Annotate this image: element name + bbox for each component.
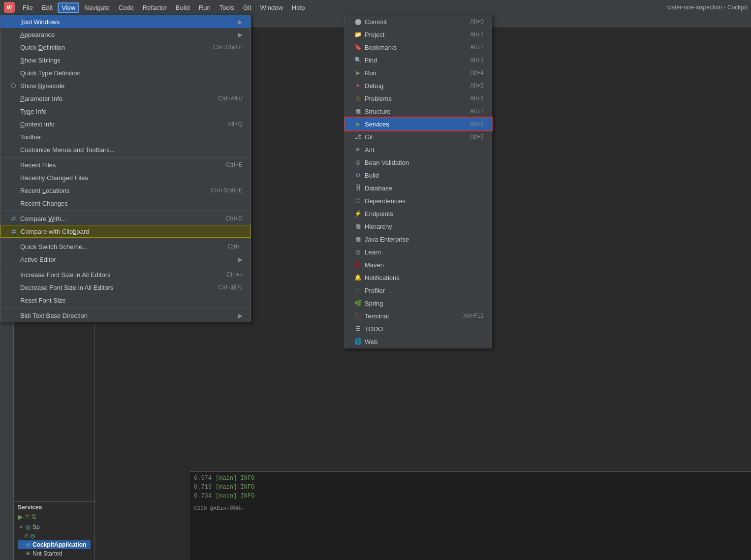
tw-java-enterprise[interactable]: ▦ Java Enterprise	[345, 233, 492, 246]
service-item-notstarted[interactable]: ✳ Not Started	[18, 549, 91, 558]
menu-code[interactable]: Code	[115, 2, 138, 13]
appearance-arrow: ▶	[238, 31, 243, 38]
view-menu-recent-locations[interactable]: Recent Locations Ctrl+Shift+E	[0, 184, 250, 197]
tw-profiler[interactable]: ◌ Profiler	[345, 284, 492, 297]
menu-git[interactable]: Git	[239, 2, 255, 13]
tw-project[interactable]: 📁 Project Alt+1	[345, 28, 492, 41]
view-menu-decrease-font[interactable]: Decrease Font Size in All Editors Ctrl+减…	[0, 281, 250, 294]
view-menu-quick-switch[interactable]: Quick Switch Scheme... Ctrl+`	[0, 240, 250, 253]
compare-clipboard-icon: ⇄	[9, 228, 19, 235]
view-menu-compare-clipboard[interactable]: ⇄ Compare with Clipboard	[0, 225, 250, 238]
menu-navigate[interactable]: Navigate	[80, 2, 113, 13]
bean-icon: ◎	[353, 159, 363, 166]
active-editor-arrow: ▶	[238, 256, 243, 263]
tw-terminal[interactable]: ⬛ Terminal Alt+F12	[345, 310, 492, 322]
tw-run[interactable]: ▶ Run Alt+4	[345, 66, 492, 79]
view-menu-quick-type[interactable]: Quick Type Definition	[0, 66, 250, 79]
menu-edit[interactable]: Edit	[38, 2, 57, 13]
view-menu-param-info[interactable]: Parameter Info Ctrl+Alt+/	[0, 92, 250, 105]
tw-maven[interactable]: m Maven	[345, 258, 492, 271]
java-enterprise-icon: ▦	[353, 236, 363, 243]
tw-database[interactable]: 🗄 Database	[345, 182, 492, 194]
tw-hierarchy[interactable]: ▦ Hierarchy	[345, 220, 492, 233]
tw-commit[interactable]: ⬤ Commit Alt+0	[345, 15, 492, 28]
structure-icon: ▦	[353, 108, 363, 115]
service-list-button[interactable]: ≡	[25, 513, 29, 521]
menu-file[interactable]: File	[19, 2, 37, 13]
tw-spring[interactable]: 🌿 Spring	[345, 297, 492, 310]
commit-icon: ⬤	[353, 18, 363, 25]
tw-debug-shortcut: Alt+5	[470, 82, 484, 89]
spring-icon: 🌿	[353, 300, 363, 307]
tw-debug-label: Debug	[365, 82, 470, 90]
tw-services[interactable]: ▶ Services Alt+8	[345, 118, 492, 130]
bidi-label: Bidi Text Base Direction	[20, 312, 238, 319]
view-menu-bidi[interactable]: Bidi Text Base Direction ▶	[0, 309, 250, 322]
quick-type-label: Quick Type Definition	[20, 69, 243, 77]
tw-problems-label: Problems	[365, 95, 470, 102]
menu-view[interactable]: View	[58, 2, 79, 13]
tw-ant[interactable]: ✳ Ant	[345, 143, 492, 156]
compare-with-shortcut: Ctrl+D	[226, 215, 243, 222]
view-menu-reset-font[interactable]: Reset Font Size	[0, 294, 250, 307]
log-tag-1: [main] INFO	[216, 474, 254, 483]
tw-notifications-label: Notifications	[365, 274, 484, 281]
log-line-2: 6.713 [main] INFO	[194, 483, 747, 492]
menu-tools[interactable]: Tools	[216, 2, 238, 13]
bidi-arrow: ▶	[238, 312, 243, 319]
tw-dependencies[interactable]: ⬡ Dependencies	[345, 194, 492, 207]
view-menu-appearance[interactable]: Appearance ▶	[0, 28, 250, 41]
view-menu-quick-def[interactable]: Quick Definition Ctrl+Shift+I	[0, 41, 250, 54]
tw-find-label: Find	[365, 57, 470, 64]
services-icon: ▶	[353, 121, 363, 127]
view-menu-recently-changed[interactable]: Recently Changed Files	[0, 171, 250, 184]
view-menu-active-editor[interactable]: Active Editor ▶	[0, 253, 250, 266]
tw-build[interactable]: ⚙ Build	[345, 169, 492, 182]
tw-learn[interactable]: ◎ Learn	[345, 246, 492, 258]
menu-refactor[interactable]: Refactor	[139, 2, 171, 13]
show-bytecode-icon: ⬡	[8, 82, 18, 89]
menu-run[interactable]: Run	[195, 2, 215, 13]
view-menu-show-siblings[interactable]: Show Siblings	[0, 54, 250, 66]
tw-project-label: Project	[365, 31, 470, 38]
tw-terminal-label: Terminal	[365, 312, 463, 320]
compare-clipboard-label: Compare with Clipboard	[21, 228, 242, 235]
service-item-cockpit[interactable]: ◎ CockpitApplication	[18, 540, 91, 549]
service-item-reload[interactable]: ↺ ◎	[18, 531, 91, 540]
tw-structure-label: Structure	[365, 108, 470, 115]
view-menu-show-bytecode[interactable]: ⬡ Show Bytecode	[0, 79, 250, 92]
tw-profiler-label: Profiler	[365, 287, 484, 294]
menu-help[interactable]: Help	[288, 2, 309, 13]
view-menu-compare-with[interactable]: ⇄ Compare With... Ctrl+D	[0, 212, 250, 225]
tw-git[interactable]: ⎇ Git Alt+9	[345, 130, 492, 143]
view-menu-tool-windows[interactable]: Tool Windows ▶	[0, 15, 250, 28]
service-run-button[interactable]: ▶	[18, 513, 23, 521]
tw-endpoints[interactable]: ⚡ Endpoints	[345, 207, 492, 220]
view-menu-toolbar[interactable]: Toolbar	[0, 130, 250, 143]
menu-window[interactable]: Window	[256, 2, 287, 13]
service-item-spring[interactable]: ▼ ◎ Sp	[18, 523, 91, 531]
view-menu-recent-changes[interactable]: Recent Changes	[0, 197, 250, 210]
tw-bookmarks[interactable]: 🔖 Bookmarks Alt+2	[345, 41, 492, 54]
tw-bean-validation[interactable]: ◎ Bean Validation	[345, 156, 492, 169]
service-filter-button[interactable]: ⇅	[31, 513, 37, 521]
tw-web[interactable]: 🌐 Web	[345, 335, 492, 348]
tw-find[interactable]: 🔍 Find Alt+3	[345, 54, 492, 66]
git-icon: ⎇	[353, 133, 363, 140]
view-menu-recent-files[interactable]: Recent Files Ctrl+E	[0, 158, 250, 171]
tw-spring-label: Spring	[365, 300, 484, 307]
view-menu-customize-menus[interactable]: Customize Menus and Toolbars...	[0, 143, 250, 156]
tw-services-shortcut: Alt+8	[470, 121, 484, 127]
tw-structure[interactable]: ▦ Structure Alt+7	[345, 105, 492, 118]
recent-locations-shortcut: Ctrl+Shift+E	[211, 187, 243, 194]
view-menu-context-info[interactable]: Context Info Alt+Q	[0, 118, 250, 130]
tw-todo[interactable]: ☰ TODO	[345, 322, 492, 335]
tw-problems[interactable]: ⚠ Problems Alt+6	[345, 92, 492, 105]
tw-debug[interactable]: ✦ Debug Alt+5	[345, 79, 492, 92]
view-menu-increase-font[interactable]: Increase Font Size in All Editors Ctrl+=	[0, 268, 250, 281]
recent-files-label: Recent Files	[20, 161, 226, 169]
log-line-1: 6.574 [main] INFO	[194, 474, 747, 483]
view-menu-type-info[interactable]: Type Info	[0, 105, 250, 118]
tw-notifications[interactable]: 🔔 Notifications	[345, 271, 492, 284]
menu-build[interactable]: Build	[172, 2, 194, 13]
